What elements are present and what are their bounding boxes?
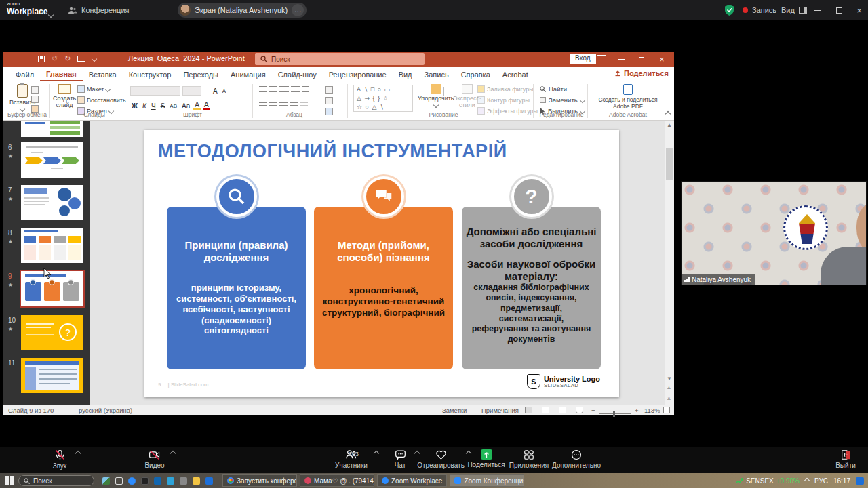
zoom-percent[interactable]: 113% <box>644 407 660 414</box>
align-buttons[interactable] <box>259 100 308 106</box>
card-principles[interactable]: Принципи (правила) дослідження принципи … <box>167 207 306 369</box>
collapse-ribbon-icon[interactable] <box>665 111 671 117</box>
ppt-close-button[interactable]: × <box>652 52 671 67</box>
ppt-minimize-button[interactable] <box>612 52 631 67</box>
redo-icon[interactable]: ↻ <box>64 54 71 63</box>
zoom-in-button[interactable]: + <box>635 407 639 414</box>
bold-button[interactable]: Ж <box>130 102 139 110</box>
arrange-button[interactable]: Упорядочить <box>418 84 454 107</box>
video-options-icon[interactable] <box>170 451 176 456</box>
tab-help[interactable]: Справка <box>455 68 496 81</box>
app-icon[interactable] <box>167 477 174 485</box>
normal-view-button[interactable] <box>525 407 532 415</box>
highlight-button[interactable]: А <box>193 101 201 110</box>
chat-button[interactable]: Чат <box>387 449 414 469</box>
language-status[interactable]: русский (Украина) <box>79 407 132 414</box>
card-methods[interactable]: Методи (прийоми, способи) пізнання хроно… <box>314 207 453 369</box>
strikethrough-button[interactable]: S <box>159 102 167 110</box>
zoom-slider[interactable] <box>599 409 631 417</box>
previous-slide-icon[interactable]: ≙ <box>667 386 671 392</box>
ppt-search-box[interactable]: Поиск <box>255 53 425 65</box>
clock[interactable]: 16:17 <box>833 477 850 485</box>
shape-outline-button[interactable]: Контур фигуры <box>477 96 530 104</box>
shape-effects-button[interactable]: Эффекты фигуры <box>477 107 538 115</box>
app-icon[interactable] <box>180 477 187 485</box>
apps-button[interactable]: Приложения <box>507 449 551 469</box>
font-color-button[interactable]: А <box>203 101 210 110</box>
tab-transitions[interactable]: Переходы <box>177 68 224 81</box>
save-icon[interactable] <box>38 56 45 62</box>
audio-button[interactable]: Звук <box>45 449 75 470</box>
task-button-zoom-meeting[interactable]: Zoom Конференция <box>450 474 524 487</box>
tab-record[interactable]: Запись <box>418 68 455 81</box>
char-spacing-button[interactable]: АВ <box>168 103 178 109</box>
comments-button[interactable]: Примечания <box>481 407 519 414</box>
shapes-gallery[interactable]: А ∖ □ ○ ▭ △ ⇒ { } ☆ ☆ ○ △ ∖ <box>353 85 413 112</box>
participants-options-icon[interactable] <box>374 451 379 456</box>
reactions-button[interactable]: Отреагировать <box>415 449 467 469</box>
tab-review[interactable]: Рецензирование <box>323 68 393 81</box>
italic-button[interactable]: К <box>141 102 148 110</box>
stock-ticker-widget[interactable]: SENSEX +0.90% <box>735 477 800 485</box>
reading-view-button[interactable] <box>559 407 566 415</box>
ppt-restore-button[interactable] <box>632 52 651 67</box>
sign-in-button[interactable]: Вход <box>570 54 596 64</box>
task-button-messenger[interactable]: Мама♡ @ . (79414) <box>300 474 374 487</box>
task-button-zoom-workplace[interactable]: Zoom Workplace <box>377 474 447 487</box>
tab-home[interactable]: Главная <box>40 68 83 81</box>
tab-insert[interactable]: Вставка <box>83 68 123 81</box>
tray-expand-icon[interactable] <box>804 478 810 483</box>
font-size-buttons[interactable]: АА <box>212 87 227 95</box>
smartart-convert-button[interactable] <box>326 108 333 115</box>
undo-icon[interactable]: ↺ <box>52 54 58 63</box>
audio-options-icon[interactable] <box>75 451 81 456</box>
scroll-down-icon[interactable]: ▼ <box>667 375 672 382</box>
tab-view[interactable]: Вид <box>393 68 418 81</box>
chevron-down-icon[interactable] <box>49 7 53 20</box>
slide-scrollbar[interactable]: ▲ ▼ ≙ ≚ <box>665 121 674 405</box>
share-screen-button[interactable]: Поделиться <box>467 449 506 468</box>
maximize-button[interactable] <box>829 0 849 20</box>
language-indicator[interactable]: РУС <box>814 477 828 485</box>
fit-to-window-icon[interactable] <box>663 407 670 415</box>
slideshow-icon[interactable] <box>77 56 85 62</box>
taskbar-search[interactable]: Поиск <box>18 475 94 486</box>
list-buttons[interactable] <box>259 86 309 93</box>
photos-icon[interactable] <box>205 477 213 485</box>
tab-file[interactable]: Файл <box>9 68 40 81</box>
file-explorer-icon[interactable] <box>193 477 200 485</box>
find-button[interactable]: Найти <box>540 85 567 93</box>
slide-sorter-button[interactable] <box>542 407 549 415</box>
task-button-chrome[interactable]: Запустить конфере... <box>222 474 297 487</box>
leave-button[interactable]: Выйти <box>829 449 863 469</box>
tab-design[interactable]: Конструктор <box>123 68 178 81</box>
create-pdf-button[interactable]: Создать и поделиться Adobe PDF <box>594 84 662 110</box>
slide-thumbnail-panel[interactable]: 6 ★ 7 ★ <box>3 121 90 405</box>
share-document-button[interactable]: Поделиться <box>614 69 669 77</box>
tab-animations[interactable]: Анимация <box>224 68 272 81</box>
tab-acrobat[interactable]: Acrobat <box>496 68 534 81</box>
view-button[interactable]: Вид <box>781 0 807 20</box>
new-slide-button[interactable]: Создать слайд <box>53 84 76 108</box>
scroll-up-icon[interactable]: ▲ <box>667 122 672 128</box>
text-direction-button[interactable] <box>326 86 333 94</box>
screen-share-pill[interactable]: Экран (Nataliya Avshenyuk) … <box>178 3 307 18</box>
zoom-out-button[interactable]: − <box>591 407 595 414</box>
video-button[interactable]: Видео <box>140 449 170 469</box>
meeting-tab[interactable]: Конференция <box>68 0 129 20</box>
replace-button[interactable]: Заменить <box>540 96 585 104</box>
app-icon[interactable] <box>141 477 149 485</box>
underline-button[interactable]: Ч <box>150 102 157 110</box>
security-indicator[interactable] <box>724 0 734 20</box>
layout-button[interactable]: Макет <box>77 85 110 93</box>
reset-button[interactable]: Восстановить <box>77 96 126 104</box>
slideshow-view-button[interactable] <box>576 407 583 415</box>
notification-icon[interactable] <box>856 477 864 485</box>
weather-widget-icon[interactable] <box>102 477 110 485</box>
font-name-box[interactable] <box>130 86 201 96</box>
more-button[interactable]: Дополнительно <box>551 449 602 469</box>
minimize-button[interactable] <box>807 0 827 20</box>
notes-button[interactable]: Заметки <box>442 407 467 414</box>
shape-fill-button[interactable]: Заливка фигуры <box>477 85 534 93</box>
recording-indicator[interactable]: Запись <box>743 0 776 20</box>
